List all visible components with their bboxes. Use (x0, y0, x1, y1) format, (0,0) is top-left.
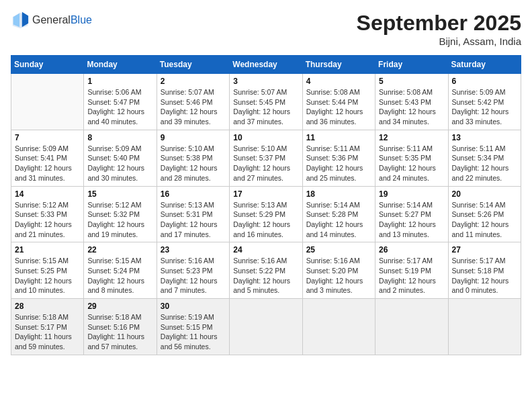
day-number: 6 (452, 77, 517, 86)
day-number: 30 (161, 302, 226, 311)
logo-blue-text: Blue (71, 14, 92, 26)
day-detail: Sunrise: 5:17 AMSunset: 5:19 PMDaylight:… (379, 256, 444, 295)
calendar-week-1: 1Sunrise: 5:06 AMSunset: 5:47 PMDaylight… (11, 74, 521, 130)
calendar-cell: 8Sunrise: 5:09 AMSunset: 5:40 PMDaylight… (84, 130, 157, 186)
calendar-cell: 25Sunrise: 5:16 AMSunset: 5:20 PMDayligh… (302, 242, 375, 299)
calendar-cell: 3Sunrise: 5:07 AMSunset: 5:45 PMDaylight… (230, 74, 302, 130)
day-number: 7 (15, 133, 80, 142)
day-detail: Sunrise: 5:09 AMSunset: 5:42 PMDaylight:… (452, 87, 517, 127)
weekday-header-saturday: Saturday (448, 56, 521, 74)
day-number: 8 (87, 133, 152, 142)
calendar-week-3: 14Sunrise: 5:12 AMSunset: 5:33 PMDayligh… (11, 186, 521, 242)
day-detail: Sunrise: 5:18 AMSunset: 5:16 PMDaylight:… (87, 312, 152, 352)
day-number: 2 (161, 77, 226, 86)
day-number: 24 (233, 245, 298, 255)
calendar-cell: 1Sunrise: 5:06 AMSunset: 5:47 PMDaylight… (84, 74, 157, 130)
day-detail: Sunrise: 5:08 AMSunset: 5:44 PMDaylight:… (306, 87, 371, 127)
day-number: 9 (161, 133, 226, 142)
day-detail: Sunrise: 5:11 AMSunset: 5:36 PMDaylight:… (306, 144, 371, 183)
calendar-cell: 21Sunrise: 5:15 AMSunset: 5:25 PMDayligh… (11, 242, 84, 299)
calendar-cell (448, 299, 521, 355)
calendar-cell: 16Sunrise: 5:13 AMSunset: 5:31 PMDayligh… (157, 186, 229, 242)
day-detail: Sunrise: 5:14 AMSunset: 5:26 PMDaylight:… (452, 200, 517, 240)
day-number: 27 (452, 245, 517, 255)
day-detail: Sunrise: 5:10 AMSunset: 5:37 PMDaylight:… (233, 144, 298, 183)
calendar-cell: 19Sunrise: 5:14 AMSunset: 5:27 PMDayligh… (375, 186, 448, 242)
title-block: September 2025 Bijni, Assam, India (357, 11, 521, 47)
day-detail: Sunrise: 5:11 AMSunset: 5:34 PMDaylight:… (452, 144, 517, 183)
day-number: 23 (161, 245, 226, 255)
calendar-cell: 6Sunrise: 5:09 AMSunset: 5:42 PMDaylight… (448, 74, 521, 130)
day-detail: Sunrise: 5:13 AMSunset: 5:31 PMDaylight:… (161, 200, 226, 240)
weekday-header-thursday: Thursday (302, 56, 375, 74)
weekday-header-friday: Friday (375, 56, 448, 74)
day-number: 25 (306, 245, 371, 255)
day-number: 21 (15, 245, 80, 255)
day-detail: Sunrise: 5:16 AMSunset: 5:20 PMDaylight:… (306, 256, 371, 295)
day-detail: Sunrise: 5:18 AMSunset: 5:17 PMDaylight:… (15, 312, 80, 352)
day-number: 19 (379, 189, 444, 199)
calendar-cell: 12Sunrise: 5:11 AMSunset: 5:35 PMDayligh… (375, 130, 448, 186)
day-detail: Sunrise: 5:10 AMSunset: 5:38 PMDaylight:… (161, 144, 226, 183)
day-number: 29 (87, 302, 152, 311)
calendar-cell: 24Sunrise: 5:16 AMSunset: 5:22 PMDayligh… (230, 242, 302, 299)
day-number: 10 (233, 133, 298, 142)
day-detail: Sunrise: 5:06 AMSunset: 5:47 PMDaylight:… (87, 87, 152, 127)
calendar-cell (302, 299, 375, 355)
logo: GeneralBlue (11, 11, 92, 30)
calendar-cell (375, 299, 448, 355)
day-detail: Sunrise: 5:16 AMSunset: 5:22 PMDaylight:… (233, 256, 298, 295)
day-number: 14 (15, 189, 80, 199)
calendar-cell: 18Sunrise: 5:14 AMSunset: 5:28 PMDayligh… (302, 186, 375, 242)
day-number: 12 (379, 133, 444, 142)
day-detail: Sunrise: 5:07 AMSunset: 5:45 PMDaylight:… (233, 87, 298, 127)
weekday-header-wednesday: Wednesday (230, 56, 302, 74)
logo-general-text: General (32, 14, 71, 26)
calendar-cell: 28Sunrise: 5:18 AMSunset: 5:17 PMDayligh… (11, 299, 84, 355)
day-detail: Sunrise: 5:07 AMSunset: 5:46 PMDaylight:… (161, 87, 226, 127)
day-number: 1 (87, 77, 152, 86)
day-number: 18 (306, 189, 371, 199)
day-detail: Sunrise: 5:15 AMSunset: 5:24 PMDaylight:… (87, 256, 152, 295)
day-number: 3 (233, 77, 298, 86)
day-number: 20 (452, 189, 517, 199)
day-number: 4 (306, 77, 371, 86)
day-detail: Sunrise: 5:19 AMSunset: 5:15 PMDaylight:… (161, 312, 226, 352)
day-detail: Sunrise: 5:08 AMSunset: 5:43 PMDaylight:… (379, 87, 444, 127)
day-detail: Sunrise: 5:17 AMSunset: 5:18 PMDaylight:… (452, 256, 517, 295)
calendar-cell: 17Sunrise: 5:13 AMSunset: 5:29 PMDayligh… (230, 186, 302, 242)
page-header: GeneralBlue September 2025 Bijni, Assam,… (11, 11, 521, 47)
day-number: 26 (379, 245, 444, 255)
weekday-header-tuesday: Tuesday (157, 56, 229, 74)
calendar-cell: 4Sunrise: 5:08 AMSunset: 5:44 PMDaylight… (302, 74, 375, 130)
weekday-header-row: SundayMondayTuesdayWednesdayThursdayFrid… (11, 56, 521, 74)
weekday-header-sunday: Sunday (11, 56, 84, 74)
calendar-cell: 27Sunrise: 5:17 AMSunset: 5:18 PMDayligh… (448, 242, 521, 299)
day-number: 11 (306, 133, 371, 142)
calendar-table: SundayMondayTuesdayWednesdayThursdayFrid… (11, 55, 521, 355)
calendar-cell: 15Sunrise: 5:12 AMSunset: 5:32 PMDayligh… (84, 186, 157, 242)
day-detail: Sunrise: 5:11 AMSunset: 5:35 PMDaylight:… (379, 144, 444, 183)
day-number: 28 (15, 302, 80, 311)
calendar-cell: 23Sunrise: 5:16 AMSunset: 5:23 PMDayligh… (157, 242, 229, 299)
calendar-cell: 5Sunrise: 5:08 AMSunset: 5:43 PMDaylight… (375, 74, 448, 130)
day-number: 15 (87, 189, 152, 199)
calendar-cell: 2Sunrise: 5:07 AMSunset: 5:46 PMDaylight… (157, 74, 229, 130)
calendar-cell: 26Sunrise: 5:17 AMSunset: 5:19 PMDayligh… (375, 242, 448, 299)
calendar-cell: 22Sunrise: 5:15 AMSunset: 5:24 PMDayligh… (84, 242, 157, 299)
day-number: 13 (452, 133, 517, 142)
calendar-cell: 9Sunrise: 5:10 AMSunset: 5:38 PMDaylight… (157, 130, 229, 186)
calendar-cell: 30Sunrise: 5:19 AMSunset: 5:15 PMDayligh… (157, 299, 229, 355)
weekday-header-monday: Monday (84, 56, 157, 74)
calendar-week-4: 21Sunrise: 5:15 AMSunset: 5:25 PMDayligh… (11, 242, 521, 299)
location-subtitle: Bijni, Assam, India (357, 36, 521, 47)
day-detail: Sunrise: 5:12 AMSunset: 5:33 PMDaylight:… (15, 200, 80, 240)
logo-icon (11, 11, 30, 30)
day-detail: Sunrise: 5:12 AMSunset: 5:32 PMDaylight:… (87, 200, 152, 240)
calendar-week-5: 28Sunrise: 5:18 AMSunset: 5:17 PMDayligh… (11, 299, 521, 355)
calendar-cell: 14Sunrise: 5:12 AMSunset: 5:33 PMDayligh… (11, 186, 84, 242)
day-detail: Sunrise: 5:09 AMSunset: 5:40 PMDaylight:… (87, 144, 152, 183)
calendar-cell: 7Sunrise: 5:09 AMSunset: 5:41 PMDaylight… (11, 130, 84, 186)
day-detail: Sunrise: 5:14 AMSunset: 5:28 PMDaylight:… (306, 200, 371, 240)
logo-text: GeneralBlue (32, 14, 92, 26)
